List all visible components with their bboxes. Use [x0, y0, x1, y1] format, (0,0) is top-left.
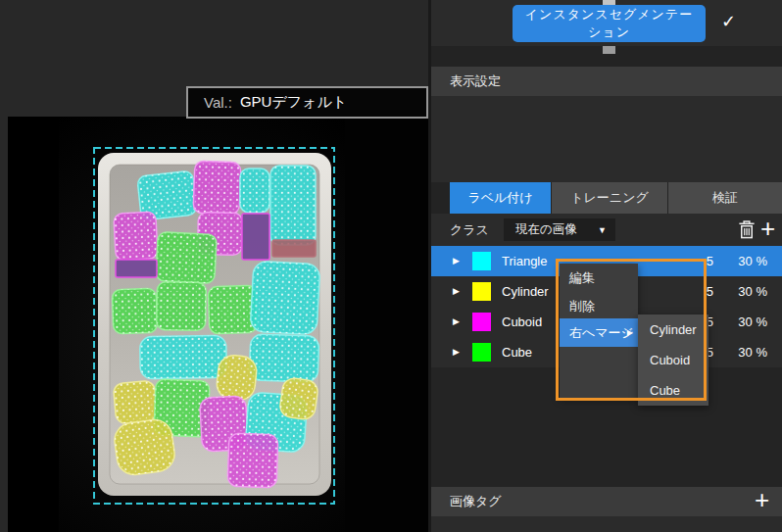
class-color-swatch[interactable]	[472, 282, 491, 301]
panel-bottom-strip	[431, 516, 782, 532]
image-scope-dropdown[interactable]: 現在の画像 ▼	[504, 218, 615, 241]
expand-arrow-icon[interactable]: ▶	[453, 286, 460, 296]
class-percent: 30 %	[732, 345, 767, 360]
add-class-button[interactable]: +	[760, 218, 775, 239]
submenu-arrow-icon: ▶	[627, 328, 633, 337]
class-color-swatch[interactable]	[472, 252, 491, 270]
app-window: Val.: GPUデフォルト インスタンスセグメンテーション ✓ 表示設定 ラベ…	[0, 0, 782, 532]
class-toolbar: クラス 現在の画像 ▼ +	[431, 214, 782, 246]
expand-arrow-icon[interactable]: ▶	[453, 316, 460, 326]
chevron-down-icon: ▼	[598, 225, 607, 235]
image-tags-header: 画像タグ +	[431, 487, 782, 516]
instance-masks	[112, 161, 320, 488]
class-color-swatch[interactable]	[472, 313, 491, 331]
class-percent: 30 %	[732, 284, 767, 299]
expand-arrow-icon[interactable]: ▶	[453, 256, 460, 266]
tab-validation[interactable]: 検証	[668, 182, 782, 214]
photo-right-shadow	[345, 117, 428, 532]
class-count: 5	[692, 284, 713, 299]
menu-item-merge-right-label: 右へマージ	[569, 324, 634, 342]
display-settings-header: 表示設定	[431, 67, 782, 96]
segmentation-image	[0, 0, 428, 532]
class-count: 5	[692, 254, 713, 268]
submenu-item-cylinder[interactable]: Cylinder	[638, 314, 709, 345]
delete-class-trash-icon[interactable]	[738, 219, 756, 239]
class-percent: 30 %	[732, 254, 767, 268]
tab-training[interactable]: トレーニング	[552, 182, 667, 214]
visibility-settings: ラベル 100 % 検証 100 %	[431, 96, 782, 182]
class-name: Cube	[502, 345, 532, 360]
instance-segmentation-button[interactable]: インスタンスセグメンテーション	[513, 5, 706, 42]
check-icon[interactable]: ✓	[721, 11, 736, 32]
submenu-item-cuboid[interactable]: Cuboid	[638, 345, 709, 375]
class-color-swatch[interactable]	[472, 343, 491, 362]
merge-target-submenu: Cylinder Cuboid Cube	[638, 314, 709, 406]
display-settings-title: 表示設定	[450, 73, 501, 90]
val-prefix: Val.:	[204, 94, 232, 111]
validation-model-label: Val.: GPUデフォルト	[186, 86, 428, 119]
add-image-tag-button[interactable]: +	[755, 489, 769, 510]
class-percent: 30 %	[732, 314, 767, 329]
image-viewer-canvas[interactable]: Val.: GPUデフォルト	[0, 0, 428, 532]
mode-tabs: ラベル付け トレーニング 検証	[431, 182, 782, 214]
class-name: Triangle	[502, 254, 547, 268]
algorithm-toolbar: インスタンスセグメンテーション ✓	[431, 0, 782, 46]
image-scope-value: 現在の画像	[515, 221, 577, 238]
val-value: GPUデフォルト	[240, 93, 347, 112]
photo-left-shadow	[8, 117, 59, 532]
class-context-menu: 編集 削除 右へマージ ▶	[560, 264, 638, 398]
splitter-handle-bottom[interactable]	[603, 46, 615, 54]
class-name: Cuboid	[502, 314, 542, 329]
class-name: Cylinder	[502, 284, 549, 299]
menu-item-edit[interactable]: 編集	[560, 264, 638, 292]
toolbar-gap	[431, 46, 782, 67]
tab-labeling[interactable]: ラベル付け	[450, 182, 551, 214]
image-tags-title: 画像タグ	[450, 493, 502, 510]
class-section-title: クラス	[450, 221, 489, 239]
submenu-item-cube[interactable]: Cube	[638, 375, 709, 406]
menu-item-delete[interactable]: 削除	[560, 292, 638, 320]
expand-arrow-icon[interactable]: ▶	[453, 347, 460, 357]
menu-item-merge-right[interactable]: 右へマージ ▶	[560, 318, 638, 347]
